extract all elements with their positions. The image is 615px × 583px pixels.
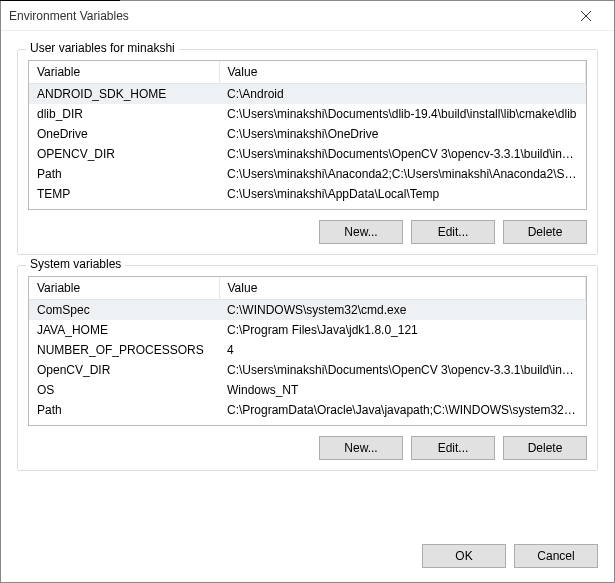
- cell-value: C:\ProgramData\Oracle\Java\javapath;C:\W…: [219, 400, 586, 420]
- user-variables-table[interactable]: Variable Value ANDROID_SDK_HOMEC:\Androi…: [29, 61, 586, 209]
- decoration: [0, 0, 120, 1]
- cell-variable: JAVA_HOME: [29, 320, 219, 340]
- cell-variable: Path: [29, 164, 219, 184]
- user-table-scroll[interactable]: Variable Value ANDROID_SDK_HOMEC:\Androi…: [29, 61, 586, 209]
- cell-variable: TMP: [29, 204, 219, 209]
- table-header-row: Variable Value: [29, 277, 586, 300]
- table-row[interactable]: PathC:\Users\minakshi\Anaconda2;C:\Users…: [29, 164, 586, 184]
- cell-variable: TEMP: [29, 184, 219, 204]
- cell-variable: NUMBER_OF_PROCESSORS: [29, 340, 219, 360]
- user-edit-button[interactable]: Edit...: [411, 220, 495, 244]
- ok-button[interactable]: OK: [422, 544, 506, 568]
- dialog-footer: OK Cancel: [1, 534, 614, 582]
- table-row[interactable]: ANDROID_SDK_HOMEC:\Android: [29, 84, 586, 105]
- cell-variable: ANDROID_SDK_HOME: [29, 84, 219, 105]
- close-icon: [581, 11, 591, 21]
- table-row[interactable]: OneDriveC:\Users\minakshi\OneDrive: [29, 124, 586, 144]
- cell-value: C:\Users\minakshi\AppData\Local\Temp: [219, 204, 586, 209]
- system-table-scroll[interactable]: Variable Value ComSpecC:\WINDOWS\system3…: [29, 277, 586, 425]
- table-row[interactable]: TMPC:\Users\minakshi\AppData\Local\Temp: [29, 204, 586, 209]
- table-row[interactable]: PATHEXT.COM;.EXE;.BAT;.CMD;.VBS;.VBE;.JS…: [29, 420, 586, 425]
- cell-value: C:\WINDOWS\system32\cmd.exe: [219, 300, 586, 321]
- user-new-button[interactable]: New...: [319, 220, 403, 244]
- system-new-button[interactable]: New...: [319, 436, 403, 460]
- cell-variable: dlib_DIR: [29, 104, 219, 124]
- user-variables-group: User variables for minakshi Variable Val…: [17, 49, 598, 255]
- system-table-wrap: Variable Value ComSpecC:\WINDOWS\system3…: [28, 276, 587, 426]
- table-row[interactable]: TEMPC:\Users\minakshi\AppData\Local\Temp: [29, 184, 586, 204]
- env-vars-dialog: Environment Variables User variables for…: [0, 0, 615, 583]
- cell-value: C:\Users\minakshi\OneDrive: [219, 124, 586, 144]
- user-button-row: New... Edit... Delete: [28, 220, 587, 244]
- close-button[interactable]: [566, 2, 606, 30]
- table-row[interactable]: NUMBER_OF_PROCESSORS4: [29, 340, 586, 360]
- dialog-body: User variables for minakshi Variable Val…: [1, 31, 614, 534]
- titlebar: Environment Variables: [1, 1, 614, 31]
- table-row[interactable]: JAVA_HOMEC:\Program Files\Java\jdk1.8.0_…: [29, 320, 586, 340]
- system-edit-button[interactable]: Edit...: [411, 436, 495, 460]
- col-header-variable[interactable]: Variable: [29, 61, 219, 84]
- cell-value: .COM;.EXE;.BAT;.CMD;.VBS;.VBE;.JS;.JSE;.…: [219, 420, 586, 425]
- cell-variable: PATHEXT: [29, 420, 219, 425]
- cell-value: C:\Users\minakshi\Documents\dlib-19.4\bu…: [219, 104, 586, 124]
- cell-variable: OPENCV_DIR: [29, 144, 219, 164]
- cell-value: C:\Users\minakshi\Documents\OpenCV 3\ope…: [219, 360, 586, 380]
- cell-variable: Path: [29, 400, 219, 420]
- window-title: Environment Variables: [9, 9, 129, 23]
- cell-variable: ComSpec: [29, 300, 219, 321]
- system-group-label: System variables: [26, 257, 125, 271]
- user-table-wrap: Variable Value ANDROID_SDK_HOMEC:\Androi…: [28, 60, 587, 210]
- table-row[interactable]: OPENCV_DIRC:\Users\minakshi\Documents\Op…: [29, 144, 586, 164]
- table-row[interactable]: OSWindows_NT: [29, 380, 586, 400]
- table-row[interactable]: dlib_DIRC:\Users\minakshi\Documents\dlib…: [29, 104, 586, 124]
- system-variables-table[interactable]: Variable Value ComSpecC:\WINDOWS\system3…: [29, 277, 586, 425]
- table-row[interactable]: PathC:\ProgramData\Oracle\Java\javapath;…: [29, 400, 586, 420]
- col-header-value[interactable]: Value: [219, 61, 586, 84]
- cell-value: C:\Program Files\Java\jdk1.8.0_121: [219, 320, 586, 340]
- table-row[interactable]: ComSpecC:\WINDOWS\system32\cmd.exe: [29, 300, 586, 321]
- cell-value: C:\Users\minakshi\Anaconda2;C:\Users\min…: [219, 164, 586, 184]
- cell-value: C:\Users\minakshi\AppData\Local\Temp: [219, 184, 586, 204]
- col-header-variable[interactable]: Variable: [29, 277, 219, 300]
- cancel-button[interactable]: Cancel: [514, 544, 598, 568]
- system-button-row: New... Edit... Delete: [28, 436, 587, 460]
- user-delete-button[interactable]: Delete: [503, 220, 587, 244]
- cell-variable: OneDrive: [29, 124, 219, 144]
- cell-variable: OpenCV_DIR: [29, 360, 219, 380]
- cell-value: C:\Android: [219, 84, 586, 105]
- system-variables-group: System variables Variable Value ComSpecC…: [17, 265, 598, 471]
- cell-value: C:\Users\minakshi\Documents\OpenCV 3\ope…: [219, 144, 586, 164]
- table-header-row: Variable Value: [29, 61, 586, 84]
- table-row[interactable]: OpenCV_DIRC:\Users\minakshi\Documents\Op…: [29, 360, 586, 380]
- cell-variable: OS: [29, 380, 219, 400]
- cell-value: Windows_NT: [219, 380, 586, 400]
- col-header-value[interactable]: Value: [219, 277, 586, 300]
- system-delete-button[interactable]: Delete: [503, 436, 587, 460]
- cell-value: 4: [219, 340, 586, 360]
- user-group-label: User variables for minakshi: [26, 41, 179, 55]
